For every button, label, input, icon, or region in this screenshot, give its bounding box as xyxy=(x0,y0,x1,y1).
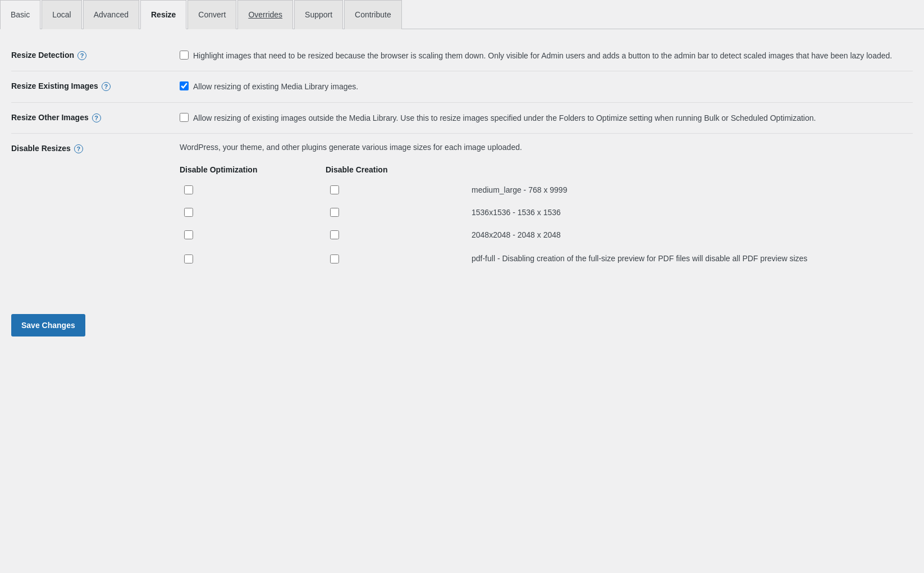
2048x2048-optimization-checkbox[interactable] xyxy=(184,230,193,239)
content-area: Resize Detection ? Highlight images that… xyxy=(11,29,913,292)
resize-existing-help-icon[interactable]: ? xyxy=(102,82,111,91)
resize-other-row: Resize Other Images ? Allow resizing of … xyxy=(11,102,913,133)
resize-table-header: Disable Optimization Disable Creation xyxy=(180,161,913,179)
tab-convert[interactable]: Convert xyxy=(187,0,236,29)
medium-large-optimization-checkbox[interactable] xyxy=(184,185,193,194)
2048x2048-optimization-col xyxy=(180,230,326,239)
table-row: pdf-full - Disabling creation of the ful… xyxy=(180,246,913,271)
resize-detection-content: Highlight images that need to be resized… xyxy=(180,49,913,62)
resize-other-label-col: Resize Other Images ? xyxy=(11,112,180,122)
resize-other-description: Allow resizing of existing images outsid… xyxy=(193,112,816,124)
disable-resizes-label: Disable Resizes xyxy=(11,144,71,153)
tab-contribute[interactable]: Contribute xyxy=(344,0,402,29)
resize-detection-help-icon[interactable]: ? xyxy=(77,51,86,60)
col-header-name xyxy=(472,165,913,174)
save-section: Save Changes xyxy=(11,303,913,348)
resize-existing-content: Allow resizing of existing Media Library… xyxy=(180,80,913,93)
table-row: medium_large - 768 x 9999 xyxy=(180,179,913,201)
resize-existing-row: Resize Existing Images ? Allow resizing … xyxy=(11,71,913,102)
resize-existing-label: Resize Existing Images xyxy=(11,81,98,90)
1536x1536-creation-checkbox[interactable] xyxy=(330,208,339,217)
table-row: 2048x2048 - 2048 x 2048 xyxy=(180,224,913,246)
table-row: 1536x1536 - 1536 x 1536 xyxy=(180,201,913,224)
2048x2048-creation-checkbox[interactable] xyxy=(330,230,339,239)
pdf-full-creation-col xyxy=(326,254,472,263)
col-header-optimization: Disable Optimization xyxy=(180,165,326,174)
disable-resizes-content: WordPress, your theme, and other plugins… xyxy=(180,143,913,271)
resize-detection-checkbox[interactable] xyxy=(180,51,189,60)
resize-existing-checkbox-label[interactable]: Allow resizing of existing Media Library… xyxy=(180,80,913,93)
1536x1536-optimization-col xyxy=(180,208,326,217)
resize-existing-checkbox[interactable] xyxy=(180,81,189,90)
page-wrapper: Basic Local Advanced Resize Convert Over… xyxy=(0,0,924,348)
2048x2048-creation-col xyxy=(326,230,472,239)
tab-resize[interactable]: Resize xyxy=(140,0,186,29)
1536x1536-optimization-checkbox[interactable] xyxy=(184,208,193,217)
pdf-full-optimization-checkbox[interactable] xyxy=(184,254,193,263)
resize-other-content: Allow resizing of existing images outsid… xyxy=(180,112,913,124)
tab-advanced[interactable]: Advanced xyxy=(83,0,139,29)
main-content: Resize Detection ? Highlight images that… xyxy=(0,29,924,348)
1536x1536-name: 1536x1536 - 1536 x 1536 xyxy=(472,208,913,217)
tabs-container: Basic Local Advanced Resize Convert Over… xyxy=(0,0,924,29)
medium-large-name: medium_large - 768 x 9999 xyxy=(472,185,913,194)
pdf-full-creation-checkbox[interactable] xyxy=(330,254,339,263)
disable-resizes-label-col: Disable Resizes ? xyxy=(11,143,180,153)
disable-resizes-description: WordPress, your theme, and other plugins… xyxy=(180,143,913,152)
pdf-full-optimization-col xyxy=(180,254,326,263)
col-header-creation: Disable Creation xyxy=(326,165,472,174)
2048x2048-name: 2048x2048 - 2048 x 2048 xyxy=(472,230,913,239)
tab-support[interactable]: Support xyxy=(294,0,343,29)
save-changes-button[interactable]: Save Changes xyxy=(11,314,85,336)
tab-overrides[interactable]: Overrides xyxy=(237,0,293,29)
resize-existing-label-col: Resize Existing Images ? xyxy=(11,80,180,91)
medium-large-creation-col xyxy=(326,185,472,194)
resize-detection-row: Resize Detection ? Highlight images that… xyxy=(11,40,913,71)
medium-large-creation-checkbox[interactable] xyxy=(330,185,339,194)
resize-existing-description: Allow resizing of existing Media Library… xyxy=(193,80,358,93)
resize-detection-label: Resize Detection xyxy=(11,51,74,60)
tab-basic[interactable]: Basic xyxy=(0,0,40,29)
tab-local[interactable]: Local xyxy=(42,0,81,29)
resize-detection-checkbox-label[interactable]: Highlight images that need to be resized… xyxy=(180,49,913,62)
disable-resizes-row: Disable Resizes ? WordPress, your theme,… xyxy=(11,133,913,280)
resize-other-help-icon[interactable]: ? xyxy=(92,113,101,122)
resize-other-checkbox-label[interactable]: Allow resizing of existing images outsid… xyxy=(180,112,913,124)
resize-other-checkbox[interactable] xyxy=(180,113,189,122)
pdf-full-name: pdf-full - Disabling creation of the ful… xyxy=(472,253,913,265)
medium-large-optimization-col xyxy=(180,185,326,194)
resize-other-label: Resize Other Images xyxy=(11,113,89,122)
disable-resizes-help-icon[interactable]: ? xyxy=(74,144,83,153)
resize-detection-label-col: Resize Detection ? xyxy=(11,49,180,60)
resize-detection-description: Highlight images that need to be resized… xyxy=(193,49,892,62)
1536x1536-creation-col xyxy=(326,208,472,217)
